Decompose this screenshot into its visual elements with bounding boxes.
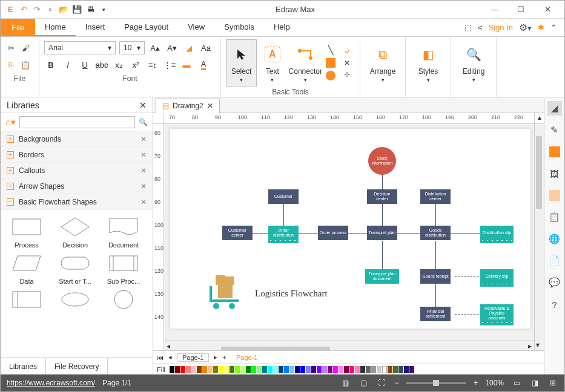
- canvas[interactable]: Stock information Customer Decision cent…: [164, 124, 534, 350]
- collapse-ribbon-icon[interactable]: ⌃: [550, 23, 557, 32]
- shape-ellipse[interactable]: [54, 287, 96, 312]
- shadow-tool-icon[interactable]: [547, 188, 562, 203]
- cat-basic-flowchart[interactable]: −Basic Flowchart Shapes✕: [1, 194, 153, 210]
- shape-subprocess[interactable]: Sub Proc...: [102, 251, 145, 285]
- image-tool-icon[interactable]: 🖼: [547, 166, 562, 181]
- text-tool[interactable]: A Text▾: [257, 39, 288, 87]
- export-icon[interactable]: ⬚: [464, 23, 472, 32]
- node-goods-receipt[interactable]: Goods receipt: [420, 269, 451, 284]
- node-dist-slip[interactable]: Distribution slip: [480, 226, 514, 240]
- copy-icon[interactable]: ⎘: [5, 59, 16, 70]
- highlight-icon[interactable]: ▬: [180, 58, 193, 71]
- shape-document[interactable]: Document: [102, 215, 145, 249]
- tab-help[interactable]: Help: [264, 19, 300, 36]
- decrease-font-icon[interactable]: A▾: [165, 41, 179, 54]
- select-tool[interactable]: Select▾: [226, 39, 257, 87]
- connector-tool[interactable]: Connector▾: [288, 39, 323, 87]
- shape-terminator[interactable]: Start or T...: [54, 251, 96, 285]
- home-icon[interactable]: ⌂▾: [5, 117, 16, 128]
- node-trans-plan[interactable]: Transport plan: [367, 226, 397, 240]
- shape-card[interactable]: [5, 287, 48, 312]
- shape-data[interactable]: Data: [5, 251, 48, 285]
- shape-process[interactable]: Process: [5, 215, 48, 249]
- view-fullscreen-icon[interactable]: ⛶: [376, 377, 387, 388]
- bold-icon[interactable]: B: [44, 58, 58, 71]
- cat-borders[interactable]: +Borders✕: [1, 147, 153, 163]
- view-presentation-icon[interactable]: ▢: [358, 377, 369, 388]
- node-delivery-slip[interactable]: Delivery slip: [480, 269, 514, 284]
- superscript-icon[interactable]: x²: [129, 58, 142, 71]
- node-fin-settle[interactable]: Financial settlement: [420, 307, 451, 321]
- undo-icon[interactable]: ↶: [18, 4, 30, 16]
- shape-circle[interactable]: [102, 287, 145, 312]
- cat-arrow-shapes[interactable]: +Arrow Shapes✕: [1, 178, 153, 194]
- sign-in-link[interactable]: Sign In: [489, 23, 513, 32]
- file-menu[interactable]: File: [1, 19, 35, 36]
- tab-insert[interactable]: Insert: [76, 19, 115, 36]
- note-icon[interactable]: 📄: [547, 253, 562, 268]
- add-page-icon[interactable]: +: [222, 354, 226, 361]
- node-stock[interactable]: Stock information: [368, 147, 396, 175]
- case-icon[interactable]: Aa: [199, 41, 213, 54]
- save-icon[interactable]: 💾: [71, 4, 83, 16]
- node-dec-center[interactable]: Decision center: [367, 189, 397, 204]
- clipboard-icon[interactable]: 📋: [547, 210, 562, 224]
- clear-format-icon[interactable]: ◢: [182, 41, 196, 54]
- shape-decision[interactable]: Decision: [54, 215, 96, 249]
- status-url[interactable]: https://www.edrawsoft.com/: [7, 379, 95, 387]
- fit-width-icon[interactable]: ◨: [529, 377, 540, 388]
- node-recv-pay[interactable]: Receivable & Payable accounts: [480, 304, 514, 322]
- pen-tool-icon[interactable]: ✎: [547, 123, 562, 137]
- page-nav-prev-icon[interactable]: ◂: [168, 353, 172, 361]
- italic-icon[interactable]: I: [61, 58, 74, 71]
- font-family-select[interactable]: Arial▾: [44, 41, 116, 54]
- search-icon[interactable]: 🔍: [139, 118, 148, 126]
- tab-home[interactable]: Home: [35, 19, 76, 36]
- cat-callouts[interactable]: +Callouts✕: [1, 163, 153, 178]
- node-cust-center[interactable]: Customer center: [222, 226, 253, 240]
- fit-page-icon[interactable]: ▭: [511, 377, 522, 388]
- bullets-icon[interactable]: ⋮≡: [163, 58, 176, 71]
- fill-tool-icon[interactable]: ◢: [547, 101, 562, 116]
- comment-icon[interactable]: 💬: [547, 275, 562, 290]
- node-dist-center[interactable]: Distribution center: [420, 189, 451, 204]
- node-order-dist[interactable]: Order distribution: [268, 226, 299, 240]
- font-color-icon[interactable]: A: [197, 58, 210, 71]
- shape-fill-icon[interactable]: [547, 145, 562, 159]
- line-tools[interactable]: ╲: [323, 39, 339, 87]
- page-nav-first-icon[interactable]: ⏮: [157, 354, 164, 361]
- node-trans-doc[interactable]: Transport plan document: [365, 269, 399, 284]
- grid-icon[interactable]: ⊞: [547, 377, 558, 388]
- page-nav-next-icon[interactable]: ▸: [214, 353, 217, 361]
- library-search-input[interactable]: [19, 116, 135, 128]
- font-size-select[interactable]: 10▾: [119, 41, 145, 54]
- print-icon[interactable]: 🖶: [84, 4, 96, 16]
- file-recovery-tab[interactable]: File Recovery: [46, 358, 108, 374]
- scroll-left-icon[interactable]: ◂: [164, 342, 173, 350]
- cat-backgrounds[interactable]: +Backgrounds✕: [1, 131, 153, 147]
- open-icon[interactable]: 📂: [58, 4, 70, 16]
- scroll-up-icon[interactable]: ▴: [534, 113, 544, 124]
- subscript-icon[interactable]: x₂: [112, 58, 125, 71]
- share-icon[interactable]: <: [478, 23, 483, 32]
- arrange-button[interactable]: ⧉Arrange▾: [365, 39, 400, 87]
- doc-close-icon[interactable]: ✕: [207, 102, 213, 110]
- page-tab-1[interactable]: Page-1: [177, 353, 209, 362]
- format-painter-icon[interactable]: 🖌: [20, 42, 31, 53]
- cut-icon[interactable]: ✂: [5, 42, 16, 53]
- scroll-down-icon[interactable]: ▾: [536, 341, 540, 349]
- page-tab-active[interactable]: Page-1: [231, 354, 262, 361]
- view-normal-icon[interactable]: ▥: [340, 377, 351, 388]
- zoom-in-icon[interactable]: +: [474, 379, 478, 387]
- zoom-out-icon[interactable]: −: [394, 379, 398, 387]
- paste-icon[interactable]: 📋: [20, 59, 31, 70]
- editing-button[interactable]: 🔍Editing▾: [456, 39, 491, 87]
- close-icon[interactable]: ✕: [535, 2, 560, 17]
- strike-icon[interactable]: abc: [95, 58, 108, 71]
- styles-button[interactable]: ◧Styles▾: [411, 39, 446, 87]
- scroll-right-icon[interactable]: ▸: [526, 342, 534, 350]
- tab-view[interactable]: View: [178, 19, 214, 36]
- tab-page-layout[interactable]: Page Layout: [114, 19, 178, 36]
- redo-icon[interactable]: ↷: [31, 4, 43, 16]
- libraries-close-icon[interactable]: ✕: [139, 100, 147, 110]
